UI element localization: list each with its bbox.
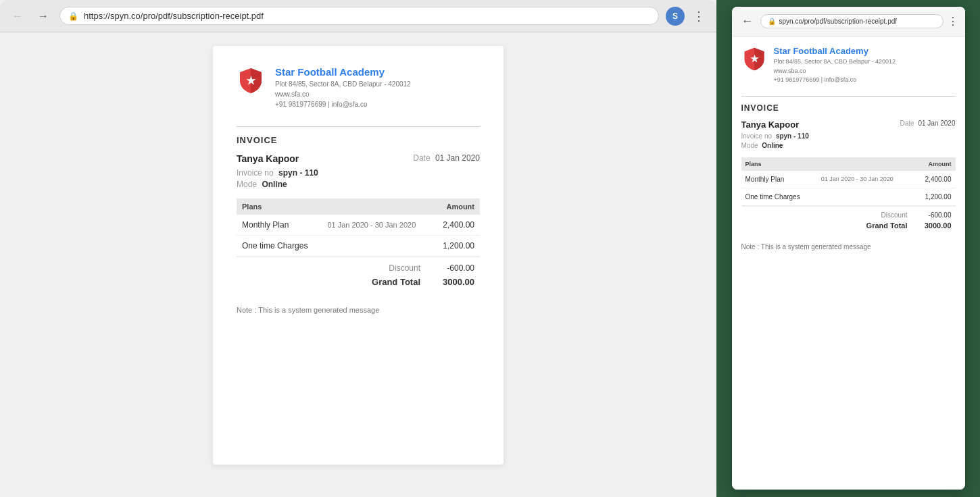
date-label: Date xyxy=(413,153,430,163)
invoice-no-row: Invoice no spyn - 110 xyxy=(237,168,480,178)
plan-amount-1: 2,400.00 xyxy=(433,215,480,236)
lock-icon: 🔒 xyxy=(68,11,78,21)
note-section: Note : This is a system generated messag… xyxy=(237,306,480,314)
mobile-client-name: Tanya Kapoor xyxy=(741,120,800,130)
mobile-company-logo: ★ xyxy=(741,46,767,72)
mobile-note-section: Note : This is a system generated messag… xyxy=(741,243,956,251)
back-button[interactable]: ← xyxy=(8,7,27,26)
mobile-company-website: www.sba.co xyxy=(774,67,896,76)
discount-row: Discount -600.00 xyxy=(237,261,480,275)
mobile-date-value: 01 Jan 2020 xyxy=(918,120,955,127)
company-name: Star Football Academy xyxy=(275,66,411,78)
invoice-document: ★ Star Football Academy Plot 84/85, Sect… xyxy=(213,46,504,465)
grand-total-row: Grand Total 3000.00 xyxy=(237,275,480,289)
totals-section: Discount -600.00 Grand Total 3000.00 xyxy=(237,257,480,289)
mobile-invoice-date: Date 01 Jan 2020 xyxy=(900,120,956,127)
amount-col-header: Amount xyxy=(433,199,480,215)
mobile-invoice-no-value: spyn - 110 xyxy=(776,132,809,140)
mobile-grand-total-value: 3000.00 xyxy=(918,221,952,230)
mobile-discount-label: Discount xyxy=(864,211,908,219)
url-text: https://spyn.co/pro/pdf/subscription-rec… xyxy=(84,11,650,21)
grand-total-value: 3000.00 xyxy=(434,277,474,287)
discount-value: -600.00 xyxy=(434,263,474,273)
client-info-row: Tanya Kapoor Date 01 Jan 2020 xyxy=(237,153,480,164)
mobile-company-header: ★ Star Football Academy Plot 84/85, Sect… xyxy=(741,46,956,85)
company-info: Star Football Academy Plot 84/85, Sector… xyxy=(275,66,411,109)
mobile-invoice-no-label: Invoice no xyxy=(741,132,773,140)
plan-date-range-1: 01 Jan 2020 - 30 Jan 2020 xyxy=(322,215,433,236)
user-avatar: S xyxy=(666,7,685,26)
mobile-company-contact: +91 9819776699 | info@sfa.co xyxy=(774,76,896,85)
mobile-invoice-no-row: Invoice no spyn - 110 xyxy=(741,132,956,140)
date-value: 01 Jan 2020 xyxy=(435,153,480,163)
plans-col-header: Plans xyxy=(237,199,433,215)
discount-label: Discount xyxy=(366,263,420,273)
note-text: Note : This is a system generated messag… xyxy=(237,306,379,314)
company-logo: ★ xyxy=(237,66,265,95)
mobile-plans-col-header: Plans xyxy=(741,157,914,171)
mobile-preview-area: ← 🔒 spyn.co/pro/pdf/subscription-receipt… xyxy=(716,0,980,497)
mobile-plans-table: Plans Amount Monthly Plan 01 Jan 2020 - … xyxy=(741,157,956,206)
browser-window: ← → 🔒 https://spyn.co/pro/pdf/subscripti… xyxy=(0,0,716,497)
mobile-discount-value: -600.00 xyxy=(918,211,952,219)
mobile-invoice-mode-row: Mode Online xyxy=(741,142,956,149)
svg-text:★: ★ xyxy=(750,53,758,64)
mobile-company-address: Plot 84/85, Sector 8A, CBD Belapur - 420… xyxy=(774,57,896,67)
browser-content: ★ Star Football Academy Plot 84/85, Sect… xyxy=(0,32,716,497)
mobile-menu-button[interactable]: ⋮ xyxy=(948,15,958,28)
browser-menu-area: S ⋮ xyxy=(666,7,708,26)
mobile-mode-label: Mode xyxy=(741,142,758,149)
company-website: www.sfa.co xyxy=(275,89,411,99)
mobile-discount-row: Discount -600.00 xyxy=(741,210,956,220)
mobile-back-button[interactable]: ← xyxy=(739,14,756,28)
forward-button[interactable]: → xyxy=(34,7,53,26)
grand-total-label: Grand Total xyxy=(366,277,420,287)
mobile-totals-section: Discount -600.00 Grand Total 3000.00 xyxy=(741,206,956,231)
mobile-grand-total-row: Grand Total 3000.00 xyxy=(741,220,956,231)
mobile-lock-icon: 🔒 xyxy=(768,18,776,25)
mobile-plan-amount-2: 1,200.00 xyxy=(914,188,955,205)
company-header: ★ Star Football Academy Plot 84/85, Sect… xyxy=(237,66,480,109)
mobile-table-row: Monthly Plan 01 Jan 2020 - 30 Jan 2020 2… xyxy=(741,171,956,188)
mobile-date-label: Date xyxy=(900,120,914,127)
table-row: One time Charges 1,200.00 xyxy=(237,236,480,257)
mobile-mode-value: Online xyxy=(762,142,783,149)
plan-name-1: Monthly Plan xyxy=(237,215,322,236)
plans-table: Plans Amount Monthly Plan 01 Jan 2020 - … xyxy=(237,199,480,257)
mobile-table-row: One time Charges 1,200.00 xyxy=(741,188,956,205)
mobile-address-bar[interactable]: 🔒 spyn.co/pro/pdf/subscription-receipt.p… xyxy=(760,14,944,28)
mobile-content: ★ Star Football Academy Plot 84/85, Sect… xyxy=(732,36,965,490)
svg-text:★: ★ xyxy=(246,75,256,86)
company-address: Plot 84/85, Sector 8A, CBD Belapur - 420… xyxy=(275,79,411,89)
invoice-no-value: spyn - 110 xyxy=(278,168,318,178)
mobile-company-info: Star Football Academy Plot 84/85, Sector… xyxy=(774,46,896,85)
mobile-company-name: Star Football Academy xyxy=(774,46,896,56)
browser-menu-button[interactable]: ⋮ xyxy=(690,9,708,24)
company-contact: +91 9819776699 | info@sfa.co xyxy=(275,99,411,109)
invoice-date: Date 01 Jan 2020 xyxy=(413,153,480,163)
plan-amount-2: 1,200.00 xyxy=(433,236,480,257)
table-header-row: Plans Amount xyxy=(237,199,480,215)
address-bar[interactable]: 🔒 https://spyn.co/pro/pdf/subscription-r… xyxy=(59,7,659,25)
client-name: Tanya Kapoor xyxy=(237,153,299,164)
mobile-table-header-row: Plans Amount xyxy=(741,157,956,171)
plan-date-range-2 xyxy=(322,236,433,257)
invoice-heading: INVOICE xyxy=(237,126,480,145)
mobile-invoice-heading: INVOICE xyxy=(741,96,956,113)
invoice-no-label: Invoice no xyxy=(237,168,274,178)
mobile-plan-date-2 xyxy=(817,188,914,205)
mobile-plan-amount-1: 2,400.00 xyxy=(914,171,955,188)
mode-value: Online xyxy=(262,180,287,189)
mode-label: Mode xyxy=(237,180,257,189)
mobile-amount-col-header: Amount xyxy=(914,157,955,171)
mobile-url-text: spyn.co/pro/pdf/subscription-receipt.pdf xyxy=(779,18,936,25)
table-row: Monthly Plan 01 Jan 2020 - 30 Jan 2020 2… xyxy=(237,215,480,236)
mobile-note-text: Note : This is a system generated messag… xyxy=(741,243,871,251)
invoice-mode-row: Mode Online xyxy=(237,180,480,189)
mobile-grand-total-label: Grand Total xyxy=(864,221,908,230)
plan-name-2: One time Charges xyxy=(237,236,322,257)
mobile-client-info-row: Tanya Kapoor Date 01 Jan 2020 xyxy=(741,120,956,130)
mobile-plan-name-1: Monthly Plan xyxy=(741,171,817,188)
browser-chrome: ← → 🔒 https://spyn.co/pro/pdf/subscripti… xyxy=(0,0,716,32)
mobile-plan-name-2: One time Charges xyxy=(741,188,817,205)
